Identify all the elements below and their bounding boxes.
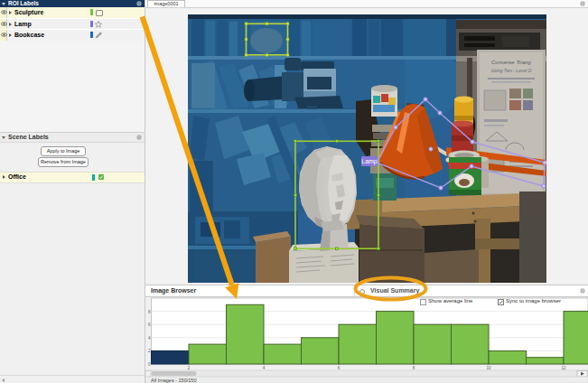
- svg-text:Lamp: Lamp: [361, 158, 378, 165]
- svg-text:12: 12: [561, 366, 566, 370]
- svg-text:8: 8: [148, 310, 151, 314]
- svg-text:All Images - 150/150: All Images - 150/150: [151, 378, 196, 383]
- svg-text:4: 4: [263, 366, 266, 370]
- svg-text:6: 6: [148, 322, 151, 327]
- svg-text:10: 10: [486, 366, 491, 370]
- svg-text:2: 2: [148, 349, 151, 353]
- svg-text:0: 0: [148, 362, 151, 367]
- svg-text:4: 4: [148, 336, 151, 341]
- svg-text:6: 6: [338, 366, 341, 370]
- svg-text:Converse Triang: Converse Triang: [491, 60, 532, 65]
- svg-text:2: 2: [188, 366, 191, 370]
- svg-text:8: 8: [413, 366, 415, 370]
- svg-text:Using Two - Level D: Using Two - Level D: [491, 68, 532, 73]
